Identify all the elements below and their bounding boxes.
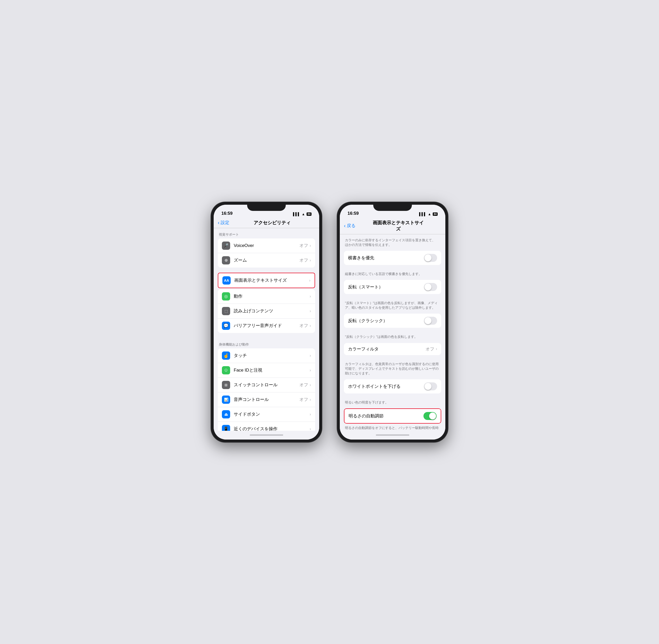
zoom-icon: ⊕ <box>222 256 230 264</box>
faceid-icon: ☺ <box>222 366 230 374</box>
invert-smart-knob <box>424 283 431 291</box>
touch-icon-symbol: ☝ <box>223 353 229 359</box>
content-2: カラーのみに依存するインターフェイス項目を置き換えて、ほかの方法で情報を伝えます… <box>340 234 445 431</box>
speech-chevron: › <box>310 309 311 313</box>
auto-brightness-knob <box>429 413 436 419</box>
zoom-row[interactable]: ⊕ ズーム オフ › <box>218 253 315 268</box>
status-time-2: 16:59 <box>348 211 359 216</box>
touch-icon: ☝ <box>222 351 230 360</box>
switch-icon-symbol: ⊞ <box>225 383 228 387</box>
side-icon-symbol: ⏏ <box>224 412 228 417</box>
display-icon-symbol: AA <box>224 278 229 282</box>
faceid-icon-symbol: ☺ <box>224 367 228 373</box>
color-filter-row[interactable]: カラーフィルタ オフ › <box>344 343 441 355</box>
switch-row[interactable]: ⊞ スイッチコントロール オフ › <box>218 378 315 392</box>
display-row-highlighted: AA 画面表示とテキストサイズ › <box>218 273 315 288</box>
speech-icon: ⬚ <box>222 307 230 315</box>
faceid-row[interactable]: ☺ Face IDと注視 › <box>218 363 315 378</box>
display-row[interactable]: AA 画面表示とテキストサイズ › <box>218 273 314 288</box>
home-bar-1 <box>250 434 283 436</box>
color-filter-label: カラーフィルタ <box>348 346 425 352</box>
section-header-visual: 視覚サポート <box>214 228 319 238</box>
voice-chevron: › <box>310 397 311 402</box>
touch-row[interactable]: ☝ タッチ › <box>218 348 315 363</box>
speech-icon-symbol: ⬚ <box>225 309 228 313</box>
voice-icon: 📊 <box>222 395 230 404</box>
switch-label: スイッチコントロール <box>234 382 299 388</box>
faceid-label: Face IDと注視 <box>234 367 310 373</box>
visual-support-group: 🎤 VoiceOver オフ › ⊕ ズーム オフ › <box>218 238 315 268</box>
yoko-toggle[interactable] <box>424 254 437 262</box>
auto-brightness-toggle[interactable] <box>423 412 437 420</box>
voiceover-row[interactable]: 🎤 VoiceOver オフ › <box>218 238 315 253</box>
visual-group-2: ◎ 動作 › ⬚ 読み上げコンテンツ › 💬 バリアフリー音声ガイド <box>218 289 315 333</box>
invert-smart-label: 反転（スマート） <box>348 284 424 290</box>
speech-label: 読み上げコンテンツ <box>234 308 310 314</box>
phone-1-screen: 16:59 ▌▌▌ ▲ 84 ‹ 設定 アクセシビリティ 視覚サポート <box>214 205 319 440</box>
white-point-label: ホワイトポイントを下げる <box>348 384 424 389</box>
faceid-chevron: › <box>310 368 311 373</box>
side-label: サイドボタン <box>234 411 310 417</box>
nearby-chevron: › <box>310 427 311 431</box>
white-point-knob <box>424 383 431 390</box>
zoom-chevron: › <box>310 258 311 263</box>
zoom-value: オフ <box>299 257 308 263</box>
nearby-icon-symbol: 📱 <box>223 427 229 431</box>
white-point-description: 明るい色の明度を下げます。 <box>340 398 445 408</box>
audio-label: バリアフリー音声ガイド <box>234 323 299 328</box>
audio-icon-symbol: 💬 <box>223 323 229 328</box>
phone-2-screen: 16:59 ▌▌▌ ▲ 84 ‹ 戻る 画面表示とテキストサイズ カラーのみに依… <box>340 205 445 440</box>
invert-classic-description: "反転（クラシック）"は画面の色を反転します。 <box>340 333 445 343</box>
yoko-label: 横書きを優先 <box>348 255 424 261</box>
color-filter-value: オフ <box>425 346 434 352</box>
side-row[interactable]: ⏏ サイドボタン › <box>218 407 315 422</box>
invert-classic-toggle[interactable] <box>424 317 437 325</box>
touch-chevron: › <box>310 353 311 358</box>
color-filter-chevron: › <box>436 347 437 351</box>
motion-chevron: › <box>310 294 311 299</box>
side-icon: ⏏ <box>222 410 230 418</box>
audio-row[interactable]: 💬 バリアフリー音声ガイド オフ › <box>218 319 315 333</box>
nearby-label: 近くのデバイスを操作 <box>234 426 310 431</box>
motion-row[interactable]: ◎ 動作 › <box>218 289 315 304</box>
section-header-body: 身体機能および動作 <box>214 338 319 348</box>
auto-brightness-highlighted: 明るさの自動調節 <box>344 408 441 423</box>
auto-brightness-label: 明るさの自動調節 <box>349 413 423 419</box>
auto-brightness-row: 明るさの自動調節 <box>345 409 441 423</box>
voiceover-icon: 🎤 <box>222 242 230 250</box>
invert-smart-group: 反転（スマート） <box>344 280 441 294</box>
home-indicator-2 <box>340 431 445 440</box>
back-button-1[interactable]: ‹ 設定 <box>218 220 229 226</box>
invert-smart-row: 反転（スマート） <box>344 280 441 294</box>
voiceover-icon-symbol: 🎤 <box>223 243 229 248</box>
white-point-group: ホワイトポイントを下げる <box>344 379 441 393</box>
back-chevron-1: ‹ <box>218 220 219 226</box>
speech-row[interactable]: ⬚ 読み上げコンテンツ › <box>218 304 315 319</box>
audio-value: オフ <box>299 323 308 328</box>
voice-row[interactable]: 📊 音声コントロール オフ › <box>218 392 315 407</box>
top-description: カラーのみに依存するインターフェイス項目を置き換えて、ほかの方法で情報を伝えます… <box>340 234 445 251</box>
nav-bar-2: ‹ 戻る 画面表示とテキストサイズ <box>340 217 445 234</box>
invert-classic-group: 反転（クラシック） <box>344 314 441 328</box>
white-point-row: ホワイトポイントを下げる <box>344 379 441 393</box>
battery-badge-1: 84 <box>307 212 311 216</box>
battery-badge-2: 84 <box>433 212 438 216</box>
voiceover-chevron: › <box>310 243 311 248</box>
display-label: 画面表示とテキストサイズ <box>234 277 309 283</box>
back-button-2[interactable]: ‹ 戻る <box>344 223 355 229</box>
nearby-row[interactable]: 📱 近くのデバイスを操作 › <box>218 422 315 431</box>
nav-bar-1: ‹ 設定 アクセシビリティ <box>214 217 319 228</box>
yoko-description: 縦書きに対応している言語で横書きを優先します。 <box>340 270 445 280</box>
nav-title-1: アクセシビリティ <box>245 220 300 226</box>
invert-classic-label: 反転（クラシック） <box>348 318 424 324</box>
status-time-1: 16:59 <box>221 211 232 216</box>
motion-icon: ◎ <box>222 292 230 300</box>
touch-label: タッチ <box>234 352 310 359</box>
white-point-toggle[interactable] <box>424 383 437 390</box>
back-label-2: 戻る <box>347 223 355 229</box>
switch-value: オフ <box>299 382 308 388</box>
audio-chevron: › <box>310 323 311 328</box>
voice-icon-symbol: 📊 <box>224 397 228 402</box>
motion-icon-symbol: ◎ <box>224 294 228 299</box>
invert-smart-toggle[interactable] <box>424 283 437 291</box>
